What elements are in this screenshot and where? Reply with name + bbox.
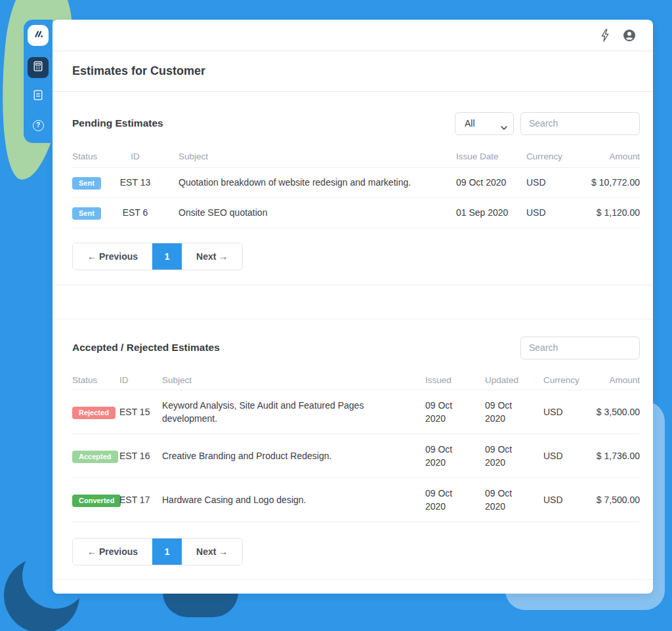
divider bbox=[52, 319, 653, 319]
pending-title: Pending Estimates bbox=[72, 117, 163, 129]
cell-id: EST 17 bbox=[119, 493, 162, 506]
receipt-icon bbox=[32, 89, 44, 104]
cell-subject: Onsite SEO quotation bbox=[155, 206, 456, 219]
cell-currency: USD bbox=[526, 206, 578, 219]
page-number-button[interactable]: 1 bbox=[152, 243, 182, 270]
section-spacer bbox=[52, 285, 653, 319]
calculator-icon bbox=[33, 61, 43, 74]
history-section-header: Accepted / Rejected Estimates bbox=[52, 336, 653, 359]
col-amount: Amount bbox=[578, 150, 640, 163]
topbar bbox=[52, 20, 653, 51]
history-pagination: ← Previous 1 Next → bbox=[72, 538, 243, 565]
col-amount: Amount bbox=[584, 374, 640, 387]
status-badge: Accepted bbox=[72, 451, 118, 463]
history-table-header: Status ID Subject Issued Updated Currenc… bbox=[72, 371, 640, 390]
cell-amount: $ 7,500.00 bbox=[584, 493, 640, 506]
status-badge: Converted bbox=[72, 495, 121, 507]
cell-amount: $ 10,772.00 bbox=[578, 176, 640, 189]
page-title: Estimates for Customer bbox=[72, 64, 205, 78]
cell-updated: 09 Oct 2020 bbox=[485, 399, 543, 426]
status-badge: Rejected bbox=[72, 407, 116, 419]
divider bbox=[52, 579, 653, 580]
cell-issued: 09 Oct 2020 bbox=[425, 487, 485, 514]
app-logo[interactable] bbox=[28, 25, 49, 46]
cell-currency: USD bbox=[543, 405, 584, 418]
cell-issue-date: 01 Sep 2020 bbox=[456, 206, 526, 219]
pending-table-header: Status ID Subject Issue Date Currency Am… bbox=[72, 146, 640, 168]
history-search-input[interactable] bbox=[520, 336, 640, 359]
cell-id: EST 6 bbox=[116, 206, 155, 219]
col-status: Status bbox=[72, 374, 119, 387]
cell-subject: Creative Branding and Product Redesign. bbox=[162, 449, 425, 462]
col-updated: Updated bbox=[485, 374, 543, 387]
cell-amount: $ 1,120.00 bbox=[578, 206, 640, 219]
pending-section-header: Pending Estimates All bbox=[52, 112, 653, 135]
history-table: Status ID Subject Issued Updated Currenc… bbox=[72, 371, 640, 522]
table-row[interactable]: Rejected EST 15 Keyword Analysis, Site A… bbox=[72, 390, 640, 434]
col-id: ID bbox=[119, 374, 162, 387]
status-badge: Sent bbox=[72, 177, 101, 190]
decor-dark-bump bbox=[163, 592, 238, 617]
cell-id: EST 15 bbox=[119, 405, 162, 418]
previous-button[interactable]: ← Previous bbox=[73, 243, 152, 270]
title-row: Estimates for Customer bbox=[52, 51, 653, 92]
sidebar-item-estimates[interactable] bbox=[28, 57, 49, 78]
table-row[interactable]: Sent EST 13 Quotation breakdown of websi… bbox=[72, 168, 640, 198]
cell-subject: Quotation breakdown of website redesign … bbox=[155, 176, 456, 189]
cell-currency: USD bbox=[526, 176, 578, 189]
cell-currency: USD bbox=[543, 493, 584, 506]
lightning-icon[interactable] bbox=[600, 29, 610, 42]
cell-amount: $ 3,500.00 bbox=[584, 405, 640, 418]
col-status: Status bbox=[72, 150, 116, 163]
col-subject: Subject bbox=[155, 150, 456, 163]
main-card: Estimates for Customer Pending Estimates… bbox=[52, 20, 653, 594]
cell-issued: 09 Oct 2020 bbox=[425, 443, 485, 470]
cell-subject: Hardware Casing and Logo design. bbox=[162, 493, 425, 506]
cell-issue-date: 09 Oct 2020 bbox=[456, 176, 526, 189]
cell-updated: 09 Oct 2020 bbox=[485, 443, 543, 470]
sidebar-item-help[interactable]: ? bbox=[28, 115, 49, 136]
history-controls bbox=[520, 336, 640, 359]
page-number-button[interactable]: 1 bbox=[152, 539, 182, 565]
cell-id: EST 16 bbox=[119, 449, 162, 462]
history-title: Accepted / Rejected Estimates bbox=[72, 342, 220, 354]
cell-subject: Keyword Analysis, Site Audit and Feature… bbox=[162, 399, 425, 426]
pending-pagination: ← Previous 1 Next → bbox=[72, 243, 243, 270]
table-row[interactable]: Accepted EST 16 Creative Branding and Pr… bbox=[72, 434, 640, 478]
status-badge: Sent bbox=[72, 207, 101, 220]
crater-logo-icon bbox=[32, 28, 44, 43]
next-button[interactable]: Next → bbox=[182, 243, 242, 270]
status-filter-select[interactable]: All bbox=[455, 112, 514, 135]
table-row[interactable]: Sent EST 6 Onsite SEO quotation 01 Sep 2… bbox=[72, 198, 640, 228]
sidebar-item-invoices[interactable] bbox=[28, 86, 49, 107]
help-icon: ? bbox=[33, 120, 44, 131]
cell-amount: $ 1,736.00 bbox=[584, 449, 640, 462]
user-avatar-icon[interactable] bbox=[623, 29, 636, 42]
cell-issued: 09 Oct 2020 bbox=[425, 399, 485, 426]
col-id: ID bbox=[116, 150, 155, 163]
previous-button[interactable]: ← Previous bbox=[73, 539, 152, 565]
next-button[interactable]: Next → bbox=[182, 539, 242, 565]
table-row[interactable]: Converted EST 17 Hardware Casing and Log… bbox=[72, 478, 640, 522]
col-issue-date: Issue Date bbox=[456, 150, 526, 163]
cell-currency: USD bbox=[543, 449, 584, 462]
pending-controls: All bbox=[455, 112, 640, 135]
sidebar: ? bbox=[24, 20, 52, 143]
col-issued: Issued bbox=[425, 374, 485, 387]
col-currency: Currency bbox=[526, 150, 578, 163]
col-subject: Subject bbox=[162, 374, 425, 387]
cell-updated: 09 Oct 2020 bbox=[485, 487, 543, 514]
cell-id: EST 13 bbox=[116, 176, 155, 189]
pending-table: Status ID Subject Issue Date Currency Am… bbox=[72, 146, 640, 228]
pending-search-input[interactable] bbox=[520, 112, 640, 135]
col-currency: Currency bbox=[543, 374, 584, 387]
